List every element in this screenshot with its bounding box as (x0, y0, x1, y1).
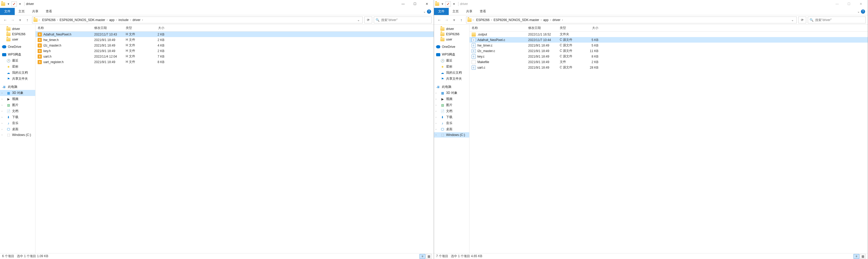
chevron-right-icon[interactable]: › (436, 98, 436, 100)
sidebar-thispc[interactable]: ⌄🖥此电脑 (434, 84, 469, 90)
history-dropdown-icon[interactable]: ▾ (451, 17, 457, 23)
file-name-cell[interactable]: CAdafruit_NeoPixel.c (472, 38, 528, 42)
sidebar-wps-child[interactable]: ⚑共享文件夹 (434, 76, 469, 82)
up-button[interactable]: ↑ (24, 17, 31, 23)
file-row[interactable]: Makefile2021/9/1 18:49文件2 KB (469, 59, 868, 65)
sidebar-onedrive[interactable]: ›OneDrive (0, 44, 35, 50)
column-name[interactable]: 名称 (472, 26, 528, 30)
sidebar-thispc-child[interactable]: ›▦3D 对象 (0, 90, 35, 96)
breadcrumb-item[interactable]: ESP8266 (474, 18, 491, 22)
chevron-right-icon[interactable]: › (2, 45, 2, 48)
sidebar-thispc-child[interactable]: ›🖵桌面 (0, 126, 35, 132)
breadcrumb-item[interactable]: app (541, 18, 550, 22)
sidebar-thispc[interactable]: ⌄🖥此电脑 (0, 84, 35, 90)
sidebar-onedrive[interactable]: ›OneDrive (434, 44, 469, 50)
file-rows[interactable]: .output2022/11/1 16:52文件夹CAdafruit_NeoPi… (469, 32, 868, 253)
minimize-button[interactable]: — (397, 0, 409, 8)
file-row[interactable]: Si2c_master.h2021/9/1 18:49H 文件4 KB (35, 42, 434, 48)
share-tab[interactable]: 共享 (462, 8, 476, 15)
sidebar-quick-folder[interactable]: ESP8266 (0, 32, 35, 37)
sidebar-thispc-child[interactable]: ›⬇下载 (434, 114, 469, 120)
search-input[interactable] (815, 18, 864, 22)
sidebar-quick-folder[interactable]: driver (434, 26, 469, 32)
address-dropdown-icon[interactable]: ⌄ (355, 18, 362, 22)
forward-button[interactable]: → (443, 17, 450, 23)
file-name-cell[interactable]: Si2c_master.h (38, 43, 94, 47)
home-tab[interactable]: 主页 (449, 8, 462, 15)
chevron-right-icon[interactable]: › (436, 104, 436, 106)
file-name-cell[interactable]: Chw_timer.c (472, 43, 528, 47)
help-icon[interactable]: ? (427, 9, 431, 14)
view-tab[interactable]: 查看 (42, 8, 56, 15)
sidebar-wps[interactable]: ⌄WPS网盘 (434, 52, 469, 58)
qa-dropdown-icon[interactable]: ▾ (440, 1, 445, 7)
history-dropdown-icon[interactable]: ▾ (17, 17, 23, 23)
breadcrumb-item[interactable]: driver (131, 18, 142, 22)
sidebar-thispc-child[interactable]: ›▶视频 (0, 96, 35, 102)
sidebar-thispc-child[interactable]: ›♪音乐 (0, 120, 35, 126)
back-button[interactable]: ← (2, 17, 8, 23)
column-headers[interactable]: 名称 修改日期 类型 大小 (469, 25, 868, 32)
navigation-pane[interactable]: driverESP8266user›OneDrive⌄WPS网盘🕑最近★星标☁我… (434, 25, 469, 253)
close-button[interactable]: ✕ (421, 0, 433, 8)
breadcrumb-item[interactable]: ESP8266_NONOS_SDK-master (58, 18, 106, 22)
maximize-button[interactable]: ☐ (843, 0, 855, 8)
file-row[interactable]: .output2022/11/1 16:52文件夹 (469, 32, 868, 37)
back-button[interactable]: ← (436, 17, 442, 23)
search-input[interactable] (381, 18, 430, 22)
file-name-cell[interactable]: Ci2c_master.c (472, 49, 528, 53)
file-name-cell[interactable]: SAdafruit_NeoPixel.h (38, 32, 94, 37)
file-name-cell[interactable]: Shw_timer.h (38, 38, 94, 42)
qa-dropdown-icon[interactable]: ▾ (6, 1, 11, 7)
sidebar-wps-child[interactable]: 🕑最近 (434, 58, 469, 64)
ribbon-expand[interactable]: ⌄ ? (855, 8, 868, 15)
sidebar-thispc-child[interactable]: ›▧图片 (0, 102, 35, 108)
column-type[interactable]: 类型 (560, 26, 585, 30)
breadcrumb-item[interactable]: ESP8266 (40, 18, 57, 22)
refresh-button[interactable]: ⟳ (798, 17, 806, 23)
file-tab[interactable]: 文件 (0, 8, 15, 15)
chevron-right-icon[interactable]: › (436, 134, 436, 136)
details-view-button[interactable]: ≡ (420, 254, 425, 259)
file-row[interactable]: Cuart.c2021/9/1 18:49C 源文件28 KB (469, 65, 868, 70)
qa-customize-icon[interactable]: ▾ (18, 1, 23, 7)
file-name-cell[interactable]: Suart.h (38, 55, 94, 59)
close-button[interactable]: ✕ (855, 0, 867, 8)
file-row[interactable]: CAdafruit_NeoPixel.c2022/11/7 10:44C 源文件… (469, 37, 868, 42)
breadcrumb-item[interactable]: ESP8266_NONOS_SDK-master (492, 18, 540, 22)
help-icon[interactable]: ? (861, 9, 865, 14)
file-name-cell[interactable]: Cuart.c (472, 65, 528, 70)
chevron-right-icon[interactable]: › (2, 134, 2, 136)
view-tab[interactable]: 查看 (476, 8, 490, 15)
icons-view-button[interactable]: ▦ (860, 254, 866, 259)
chevron-right-icon[interactable]: › (39, 19, 39, 21)
sidebar-wps-child[interactable]: 🕑最近 (0, 58, 35, 64)
details-view-button[interactable]: ≡ (854, 254, 859, 259)
sidebar-quick-folder[interactable]: driver (0, 26, 35, 32)
file-row[interactable]: Suart.h2022/11/4 12:04H 文件7 KB (35, 54, 434, 59)
sidebar-thispc-child[interactable]: ›⬚Windows (C:) (0, 132, 35, 137)
chevron-down-icon[interactable]: ⌄ (436, 53, 438, 56)
column-size[interactable]: 大小 (585, 26, 600, 30)
sidebar-quick-folder[interactable]: user (0, 37, 35, 42)
column-name[interactable]: 名称 (38, 26, 94, 30)
sidebar-wps-child[interactable]: ★星标 (434, 64, 469, 70)
chevron-right-icon[interactable]: › (2, 104, 2, 106)
file-row[interactable]: Ci2c_master.c2021/9/1 18:49C 源文件11 KB (469, 48, 868, 54)
chevron-right-icon[interactable]: › (436, 128, 436, 131)
sidebar-wps-child[interactable]: ☁我的云文档 (0, 70, 35, 76)
sidebar-wps-child[interactable]: ⚑共享文件夹 (0, 76, 35, 82)
sidebar-thispc-child[interactable]: ›▦3D 对象 (434, 90, 469, 96)
sidebar-thispc-child[interactable]: ›📄文档 (0, 108, 35, 114)
file-row[interactable]: SAdafruit_NeoPixel.h2022/11/7 10:43H 文件2… (35, 32, 434, 37)
ribbon-expand[interactable]: ⌄ ? (421, 8, 434, 15)
column-size[interactable]: 大小 (151, 26, 166, 30)
maximize-button[interactable]: ☐ (409, 0, 421, 8)
sidebar-thispc-child[interactable]: ›⬚Windows (C:) (434, 132, 469, 137)
chevron-right-icon[interactable]: › (436, 45, 436, 48)
qa-properties-icon[interactable]: ✓ (11, 1, 17, 7)
qa-properties-icon[interactable]: ✓ (445, 1, 451, 7)
chevron-right-icon[interactable]: › (436, 110, 436, 112)
chevron-down-icon[interactable]: ⌄ (2, 86, 4, 88)
chevron-right-icon[interactable]: › (473, 19, 473, 21)
